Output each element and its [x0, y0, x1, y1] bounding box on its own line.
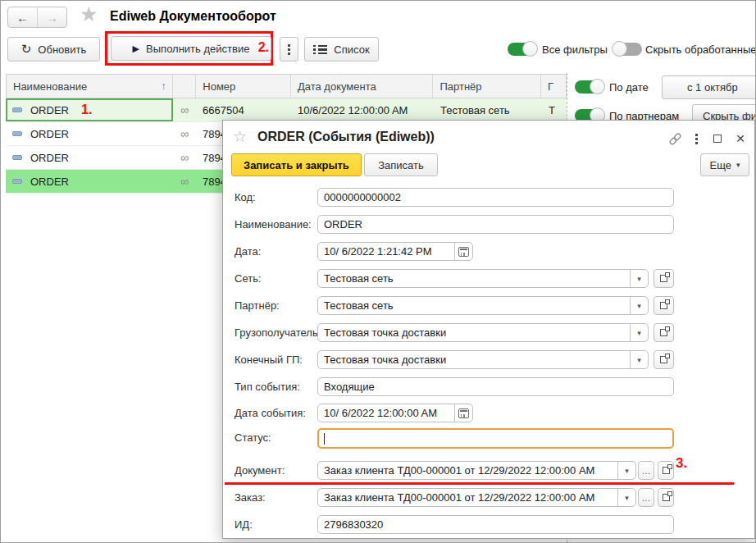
forward-button[interactable]: →	[37, 7, 66, 27]
annotation-underline-step3	[225, 482, 734, 485]
toolbar-more-button[interactable]	[280, 37, 298, 62]
combo-arrow-icon: ▾	[637, 302, 641, 310]
event-date-field[interactable]: 10/ 6/2022 12:00:00 AM	[317, 404, 473, 422]
maximize-button[interactable]	[710, 131, 725, 146]
open-partner-button[interactable]	[654, 296, 674, 315]
open-icon	[660, 275, 667, 282]
cell-link[interactable]: ∞	[173, 98, 196, 121]
combo-arrow-button[interactable]: ▾	[630, 324, 648, 341]
kebab-icon	[695, 134, 698, 144]
cell-consignee[interactable]: Т	[542, 98, 567, 121]
open-icon	[660, 302, 667, 309]
combo-arrow-button[interactable]: ▾	[617, 462, 635, 479]
cell-name[interactable]: ORDER	[6, 122, 173, 145]
document-field[interactable]: Заказ клиента ТД00-000001 от 12/29/2022 …	[317, 461, 636, 480]
column-header-name[interactable]: Наименование ↑	[7, 75, 173, 98]
cell-name[interactable]: ORDER	[6, 146, 173, 169]
copy-link-button[interactable]	[667, 131, 682, 146]
dialog-star-icon[interactable]: ☆	[233, 127, 247, 146]
field-row-network: Сеть: Тестовая сеть ▾	[223, 269, 754, 290]
choose-order-button[interactable]: …	[638, 488, 654, 507]
list-view-button[interactable]: Список	[304, 37, 379, 62]
event-dialog: ☆ ORDER (События (Ediweb)) × Записать и …	[222, 120, 755, 539]
refresh-button[interactable]: ↻ Обновить	[7, 37, 100, 62]
field-row-id: ИД: 2796830320	[223, 515, 754, 536]
save-and-close-button[interactable]: Записать и закрыть	[231, 153, 362, 176]
order-field[interactable]: Заказ клиента ТД00-000001 от 12/29/2022 …	[317, 488, 636, 507]
column-header-consignee[interactable]: Г	[541, 75, 566, 98]
favorite-star-icon[interactable]: ★	[80, 2, 98, 26]
kebab-icon	[288, 44, 290, 55]
open-network-button[interactable]	[654, 269, 674, 288]
cell-number[interactable]: 6667504	[196, 98, 291, 121]
id-field[interactable]: 2796830320	[317, 515, 674, 534]
open-icon	[663, 467, 670, 474]
network-field[interactable]: Тестовая сеть ▾	[317, 269, 649, 288]
column-header-doc-date[interactable]: Дата документа	[291, 75, 433, 98]
more-actions-button[interactable]: Еще ▾	[700, 153, 749, 176]
date-filter-button[interactable]: с 1 октябр	[662, 75, 756, 99]
combo-arrow-button[interactable]: ▾	[630, 297, 648, 314]
calendar-button[interactable]	[454, 243, 472, 260]
field-row-consignee: Грузополучатель: Тестовая точка доставки…	[223, 323, 754, 345]
combo-arrow-button[interactable]: ▾	[617, 489, 635, 506]
open-consignee-button[interactable]	[654, 323, 674, 342]
choose-document-button[interactable]: …	[638, 461, 654, 480]
link-icon: ∞	[180, 175, 189, 188]
sort-asc-icon: ↑	[161, 80, 166, 92]
row-marker-icon	[12, 155, 22, 160]
status-field[interactable]	[317, 428, 674, 449]
open-order-button[interactable]	[658, 488, 674, 507]
event-type-field[interactable]: Входящие	[317, 377, 674, 396]
row-marker-icon	[12, 107, 22, 112]
close-button[interactable]: ×	[733, 131, 748, 146]
combo-arrow-button[interactable]: ▾	[630, 351, 648, 368]
column-header-partner[interactable]: Партнёр	[433, 75, 541, 98]
cell-doc-date[interactable]: 10/6/2022 12:00:00 AM	[291, 98, 434, 121]
cell-name[interactable]: ORDER	[6, 170, 173, 193]
consignee-field[interactable]: Тестовая точка доставки ▾	[317, 323, 649, 342]
all-filters-toggle[interactable]	[508, 43, 536, 56]
final-consignee-field[interactable]: Тестовая точка доставки ▾	[317, 350, 649, 369]
cell-link[interactable]: ∞	[173, 122, 196, 145]
annotation-step2: 2.	[258, 40, 269, 55]
app-window: ← → ★ Ediweb Документооборот ↻ Обновить …	[0, 0, 756, 543]
cell-link[interactable]: ∞	[173, 170, 196, 193]
combo-arrow-icon: ▾	[637, 275, 641, 283]
text-cursor	[324, 433, 325, 445]
combo-arrow-button[interactable]: ▾	[630, 270, 648, 287]
open-final-consignee-button[interactable]	[654, 350, 674, 369]
ellipsis-icon: …	[642, 466, 651, 476]
combo-arrow-icon: ▾	[625, 467, 629, 475]
table-row[interactable]: ORDER 1. ∞ 6667504 10/6/2022 12:00:00 AM…	[6, 98, 567, 122]
save-button[interactable]: Записать	[364, 153, 438, 176]
cell-link[interactable]: ∞	[173, 146, 196, 169]
date-field[interactable]: 10/ 6/2022 1:21:42 PM	[317, 242, 473, 261]
cell-name[interactable]: ORDER 1.	[6, 98, 173, 121]
calendar-button[interactable]	[454, 404, 472, 422]
combo-arrow-icon: ▾	[625, 494, 629, 502]
field-row-document: Документ: Заказ клиента ТД00-000001 от 1…	[223, 461, 754, 482]
field-row-event-date: Дата события: 10/ 6/2022 12:00:00 AM	[223, 404, 754, 425]
field-row-status: Статус:	[223, 428, 754, 449]
field-row-event-type: Тип события: Входящие	[223, 377, 754, 399]
open-icon	[663, 494, 670, 501]
back-button[interactable]: ←	[8, 7, 37, 27]
annotation-step1: 1.	[81, 103, 92, 117]
code-field[interactable]: 0000000000002	[317, 188, 674, 207]
name-field[interactable]: ORDER	[317, 215, 674, 234]
column-header-link[interactable]	[173, 75, 196, 98]
partner-field[interactable]: Тестовая сеть ▾	[317, 296, 649, 315]
open-icon	[660, 356, 667, 363]
chain-link-icon	[668, 132, 682, 146]
calendar-icon	[458, 408, 469, 418]
hide-processed-toggle[interactable]	[613, 43, 642, 56]
filter-by-date-toggle[interactable]	[575, 80, 603, 94]
open-document-button[interactable]	[658, 461, 674, 480]
link-icon: ∞	[180, 103, 189, 116]
execute-action-label: Выполнить действие	[146, 43, 249, 55]
dialog-more-button[interactable]	[689, 131, 704, 146]
execute-action-button[interactable]: ▶ Выполнить действие	[111, 36, 271, 61]
column-header-number[interactable]: Номер	[196, 75, 291, 98]
cell-partner[interactable]: Тестовая сеть	[434, 98, 542, 121]
